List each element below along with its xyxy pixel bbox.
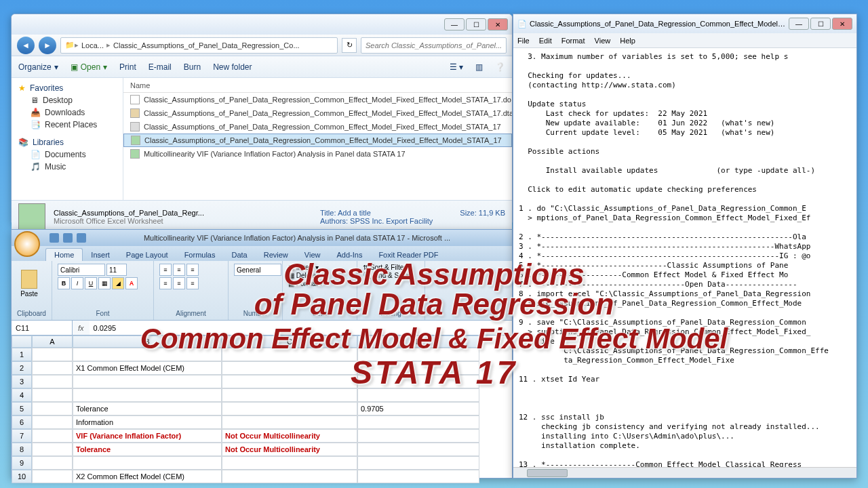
tab-view[interactable]: View	[296, 249, 329, 261]
minimize-button[interactable]: —	[444, 18, 465, 30]
row-header[interactable]: 6	[12, 415, 32, 429]
font-select[interactable]	[58, 264, 105, 276]
col-header-D[interactable]: D	[357, 336, 479, 348]
cell[interactable]: Not Occur Multicollinearity	[222, 443, 357, 456]
cell[interactable]	[222, 402, 357, 415]
fx-icon[interactable]: fx	[73, 324, 90, 332]
cell[interactable]	[32, 348, 73, 361]
maximize-button[interactable]: ☐	[810, 18, 831, 30]
sidebar-recent[interactable]: 📑 Recent Places	[12, 119, 123, 131]
cell[interactable]	[73, 388, 222, 402]
office-button[interactable]	[14, 231, 40, 257]
sidebar-music[interactable]: 🎵 Music	[12, 161, 123, 173]
cell[interactable]	[222, 375, 357, 388]
save-icon[interactable]	[50, 233, 59, 243]
align-bot[interactable]: ≡	[186, 264, 199, 276]
cell[interactable]: Tolerance	[73, 402, 222, 415]
close-button[interactable]: ✕	[488, 18, 508, 30]
detail-title[interactable]: Add a title	[338, 209, 371, 217]
cell[interactable]	[32, 415, 73, 429]
cell[interactable]	[32, 361, 73, 375]
cell[interactable]	[357, 456, 479, 470]
organize-button[interactable]: Organize ▾	[18, 62, 58, 72]
cell[interactable]	[357, 361, 479, 375]
cell[interactable]	[357, 429, 479, 443]
cell[interactable]	[32, 388, 73, 402]
file-row[interactable]: Classic_Assumptions_of_Panel_Data_Regres…	[123, 120, 512, 134]
newfolder-button[interactable]: New folder	[213, 62, 252, 72]
bold-button[interactable]: B	[58, 277, 70, 289]
cell[interactable]	[73, 456, 222, 470]
cell[interactable]	[222, 415, 357, 429]
file-row[interactable]: Classic_Assumptions_of_Panel_Data_Regres…	[123, 93, 512, 106]
row-header[interactable]: 8	[12, 443, 32, 456]
col-header-C[interactable]: C	[222, 336, 357, 348]
cell[interactable]	[32, 429, 73, 443]
menu-edit[interactable]: Edit	[539, 37, 552, 45]
row-header[interactable]: 2	[12, 361, 32, 375]
cell[interactable]	[73, 348, 222, 361]
search-input[interactable]	[361, 37, 507, 54]
cell[interactable]	[357, 470, 479, 483]
tab-insert[interactable]: Insert	[83, 249, 118, 261]
italic-button[interactable]: I	[71, 277, 83, 289]
row-header[interactable]: 4	[12, 388, 32, 402]
cell[interactable]	[222, 348, 357, 361]
delete-button[interactable]: ▦ Delete ▾	[288, 272, 321, 279]
align-center[interactable]: ≡	[173, 277, 185, 289]
sidebar-documents[interactable]: 📄 Documents	[12, 148, 123, 161]
tab-data[interactable]: Data	[223, 249, 255, 261]
cell[interactable]: X1 Common Effect Model (CEM)	[73, 361, 222, 375]
cell[interactable]	[357, 348, 479, 361]
menu-format[interactable]: Format	[561, 37, 585, 45]
file-row[interactable]: Classic_Assumptions_of_Panel_Data_Regres…	[123, 106, 512, 120]
file-row[interactable]: Classic_Assumptions_of_Panel_Data_Regres…	[123, 134, 512, 147]
cell[interactable]: 0.9705	[357, 402, 479, 415]
maximize-button[interactable]: ☐	[466, 18, 486, 30]
open-button[interactable]: ▣ Open ▾	[71, 62, 107, 72]
print-button[interactable]: Print	[119, 62, 136, 72]
back-button[interactable]: ◄	[17, 37, 35, 54]
preview-button[interactable]: ▥	[475, 62, 483, 72]
cell[interactable]	[32, 456, 73, 470]
row-header[interactable]: 1	[12, 348, 32, 361]
help-button[interactable]: ❔	[495, 62, 505, 72]
align-top[interactable]: ≡	[159, 264, 172, 276]
refresh-button[interactable]: ↻	[342, 38, 357, 53]
cell[interactable]	[357, 443, 479, 456]
email-button[interactable]: E-mail	[149, 62, 172, 72]
tab-home[interactable]: Home	[45, 248, 83, 261]
fill-button[interactable]: ◢	[112, 277, 124, 289]
col-header-A[interactable]: A	[32, 336, 73, 348]
find-select-button[interactable]: 🔍 Find & Select	[363, 272, 413, 279]
cell[interactable]	[32, 470, 73, 483]
minimize-button[interactable]: —	[789, 18, 809, 30]
sidebar-downloads[interactable]: 📥 Downloads	[12, 106, 123, 119]
tab-formulas[interactable]: Formulas	[176, 249, 224, 261]
tab-add-ins[interactable]: Add-Ins	[328, 249, 370, 261]
menu-file[interactable]: File	[517, 37, 530, 45]
cell[interactable]	[357, 388, 479, 402]
name-box[interactable]: C11	[12, 321, 73, 335]
row-header[interactable]: 3	[12, 375, 32, 388]
cell[interactable]: Information	[73, 415, 222, 429]
row-header[interactable]: 10	[12, 470, 32, 483]
align-mid[interactable]: ≡	[173, 264, 185, 276]
underline-button[interactable]: U	[85, 277, 97, 289]
libraries-header[interactable]: 📚Libraries	[12, 136, 123, 148]
cell[interactable]	[357, 375, 479, 388]
col-header-B[interactable]: B	[73, 336, 222, 348]
undo-icon[interactable]	[63, 233, 73, 243]
row-header[interactable]: 5	[12, 402, 32, 415]
forward-button[interactable]: ►	[39, 37, 56, 54]
insert-button[interactable]: ▦ Insert ▾	[288, 264, 319, 271]
border-button[interactable]: ▦	[98, 277, 111, 289]
formula-input[interactable]: 0.0295	[90, 321, 512, 335]
cell[interactable]: Not Occur Multicollinearity	[222, 429, 357, 443]
cell[interactable]	[32, 375, 73, 388]
cell[interactable]: VIF (Variance Inflation Factor)	[73, 429, 222, 443]
sidebar-desktop[interactable]: 🖥 Desktop	[12, 94, 123, 106]
cell[interactable]	[357, 415, 479, 429]
cell[interactable]	[32, 402, 73, 415]
select-all-cell[interactable]	[12, 336, 32, 348]
